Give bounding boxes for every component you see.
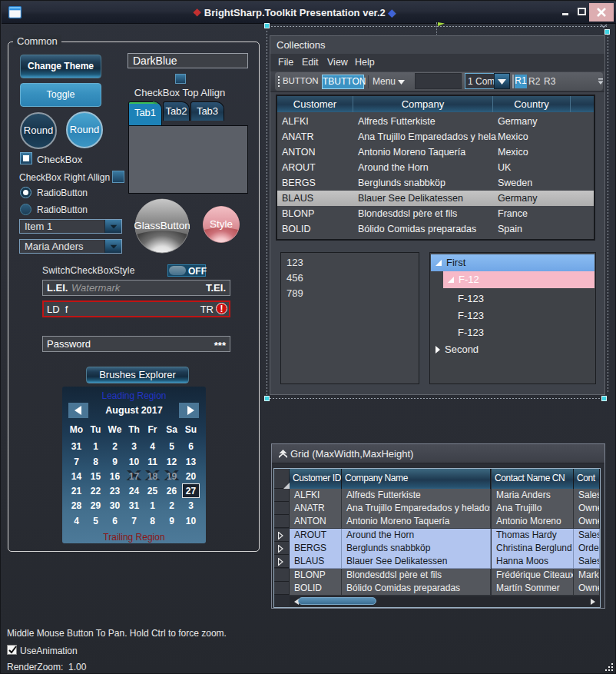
svg-text:Style: Style [210,218,233,230]
svg-text:GlassButton: GlassButton [134,220,190,231]
